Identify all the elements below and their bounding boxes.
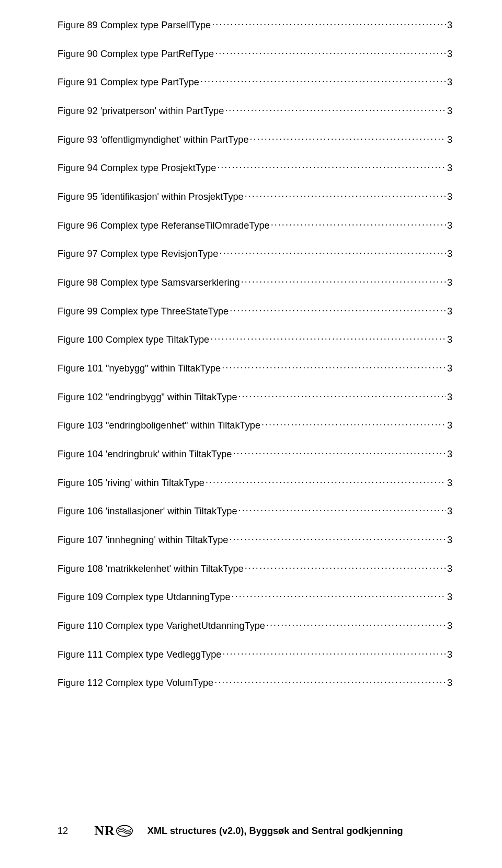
toc-leader-dots — [210, 331, 446, 343]
toc-entry: Figure 109 Complex type UtdanningType3 — [58, 589, 452, 603]
toc-entry-label: Figure 99 Complex type ThreeStateType — [58, 306, 229, 318]
toc-entry: Figure 90 Complex type PartRefType3 — [58, 46, 452, 60]
toc-entry-page: 3 — [447, 392, 452, 403]
toc-entry-page: 3 — [447, 506, 452, 517]
toc-entry-label: Figure 92 'privatperson' within PartType — [58, 106, 224, 117]
toc-entry-label: Figure 98 Complex type Samsvarserklering — [58, 277, 240, 289]
toc-entry-label: Figure 112 Complex type VolumType — [58, 678, 213, 689]
toc-entry-page: 3 — [447, 134, 452, 146]
wave-icon — [115, 825, 133, 837]
toc-entry: Figure 93 'offentligmyndighet' within Pa… — [58, 131, 452, 146]
toc-entry-page: 3 — [447, 563, 452, 575]
page-number: 12 — [58, 826, 68, 837]
page-footer: 12 NR XML structures (v2.0), Byggsøk and… — [0, 823, 502, 839]
table-of-contents: Figure 89 Complex type ParsellType3Figur… — [58, 17, 452, 689]
toc-leader-dots — [238, 389, 446, 400]
toc-entry-label: Figure 91 Complex type PartType — [58, 77, 199, 88]
toc-entry: Figure 111 Complex type VedleggType3 — [58, 646, 452, 661]
toc-entry-page: 3 — [447, 49, 452, 60]
toc-leader-dots — [229, 532, 446, 543]
toc-entry: Figure 98 Complex type Samsvarserklering… — [58, 274, 452, 289]
toc-entry-page: 3 — [447, 363, 452, 375]
toc-entry-page: 3 — [447, 449, 452, 460]
toc-entry-label: Figure 89 Complex type ParsellType — [58, 20, 211, 31]
toc-leader-dots — [245, 560, 446, 572]
toc-entry: Figure 112 Complex type VolumType3 — [58, 674, 452, 689]
toc-entry: Figure 110 Complex type VarighetUtdannin… — [58, 617, 452, 632]
toc-leader-dots — [222, 360, 446, 371]
toc-entry: Figure 103 "endringboligenhet" within Ti… — [58, 417, 452, 432]
toc-leader-dots — [271, 217, 446, 229]
toc-leader-dots — [232, 589, 446, 600]
toc-entry: Figure 97 Complex type RevisjonType3 — [58, 245, 452, 260]
toc-entry-page: 3 — [447, 163, 452, 174]
toc-entry-page: 3 — [447, 106, 452, 117]
toc-entry: Figure 99 Complex type ThreeStateType3 — [58, 303, 452, 318]
toc-entry-page: 3 — [447, 420, 452, 432]
toc-entry-page: 3 — [447, 678, 452, 689]
nr-logo: NR — [94, 823, 133, 839]
toc-entry: Figure 105 'riving' within TiltakType3 — [58, 475, 452, 489]
toc-entry-label: Figure 109 Complex type UtdanningType — [58, 592, 231, 603]
toc-entry-page: 3 — [447, 220, 452, 232]
toc-leader-dots — [200, 74, 446, 85]
toc-entry: Figure 89 Complex type ParsellType3 — [58, 17, 452, 31]
toc-entry-label: Figure 96 Complex type ReferanseTilOmrad… — [58, 220, 270, 232]
toc-leader-dots — [233, 446, 446, 457]
toc-entry: Figure 102 "endringbygg" within TiltakTy… — [58, 389, 452, 403]
toc-leader-dots — [261, 417, 446, 429]
toc-entry-label: Figure 95 'identifikasjon' within Prosje… — [58, 191, 244, 203]
toc-entry-label: Figure 111 Complex type VedleggType — [58, 649, 221, 661]
toc-entry: Figure 108 'matrikkelenhet' within Tilta… — [58, 560, 452, 575]
toc-entry-label: Figure 100 Complex type TiltakType — [58, 334, 209, 346]
toc-entry-label: Figure 105 'riving' within TiltakType — [58, 478, 204, 489]
toc-entry-label: Figure 110 Complex type VarighetUtdannin… — [58, 621, 265, 632]
toc-leader-dots — [219, 245, 446, 257]
toc-entry: Figure 91 Complex type PartType3 — [58, 74, 452, 88]
toc-entry-page: 3 — [447, 249, 452, 260]
toc-entry-label: Figure 102 "endringbygg" within TiltakTy… — [58, 392, 237, 403]
toc-entry-page: 3 — [447, 306, 452, 318]
toc-entry: Figure 92 'privatperson' within PartType… — [58, 103, 452, 117]
toc-entry-page: 3 — [447, 478, 452, 489]
toc-leader-dots — [245, 188, 446, 200]
toc-entry-label: Figure 106 'installasjoner' within Tilta… — [58, 506, 237, 517]
toc-leader-dots — [250, 131, 446, 143]
toc-entry-label: Figure 94 Complex type ProsjektType — [58, 163, 216, 174]
toc-entry: Figure 95 'identifikasjon' within Prosje… — [58, 188, 452, 203]
toc-entry: Figure 100 Complex type TiltakType3 — [58, 331, 452, 346]
toc-leader-dots — [215, 46, 446, 57]
toc-entry-label: Figure 97 Complex type RevisjonType — [58, 249, 218, 260]
toc-entry-label: Figure 104 'endringbruk' within TiltakTy… — [58, 449, 232, 460]
toc-entry: Figure 96 Complex type ReferanseTilOmrad… — [58, 217, 452, 232]
toc-leader-dots — [230, 303, 446, 314]
toc-entry-page: 3 — [447, 191, 452, 203]
toc-entry-page: 3 — [447, 649, 452, 661]
toc-leader-dots — [238, 503, 446, 514]
toc-leader-dots — [212, 17, 446, 28]
toc-entry-label: Figure 101 "nyebygg" within TiltakType — [58, 363, 221, 375]
toc-entry: Figure 107 'innhegning' within TiltakTyp… — [58, 532, 452, 546]
nr-logo-text: NR — [94, 823, 115, 839]
toc-entry-label: Figure 108 'matrikkelenhet' within Tilta… — [58, 563, 244, 575]
toc-leader-dots — [217, 160, 446, 171]
toc-entry: Figure 101 "nyebygg" within TiltakType3 — [58, 360, 452, 375]
toc-entry-page: 3 — [447, 621, 452, 632]
toc-entry-page: 3 — [447, 535, 452, 546]
toc-entry-page: 3 — [447, 20, 452, 31]
toc-entry-label: Figure 90 Complex type PartRefType — [58, 49, 214, 60]
toc-entry: Figure 106 'installasjoner' within Tilta… — [58, 503, 452, 517]
toc-entry-label: Figure 103 "endringboligenhet" within Ti… — [58, 420, 260, 432]
toc-entry-page: 3 — [447, 277, 452, 289]
toc-entry-label: Figure 93 'offentligmyndighet' within Pa… — [58, 134, 249, 146]
toc-leader-dots — [206, 475, 446, 486]
toc-leader-dots — [266, 617, 446, 629]
toc-leader-dots — [241, 274, 446, 286]
toc-entry-page: 3 — [447, 77, 452, 88]
toc-leader-dots — [225, 103, 446, 114]
toc-entry-page: 3 — [447, 334, 452, 346]
toc-leader-dots — [222, 646, 446, 658]
page: Figure 89 Complex type ParsellType3Figur… — [0, 0, 502, 868]
toc-entry: Figure 94 Complex type ProsjektType3 — [58, 160, 452, 174]
toc-entry-label: Figure 107 'innhegning' within TiltakTyp… — [58, 535, 228, 546]
